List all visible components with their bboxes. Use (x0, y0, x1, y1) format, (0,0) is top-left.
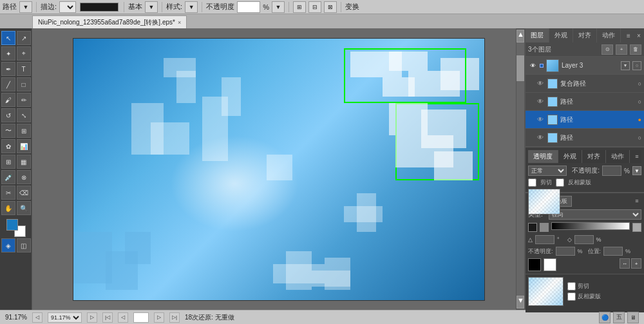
tab-close-btn[interactable]: × (178, 19, 181, 26)
page-input[interactable]: 1 (133, 312, 149, 323)
warp-tool[interactable]: 〜 (1, 124, 15, 138)
normal-mode-btn[interactable]: ◈ (1, 238, 15, 253)
zoom-select[interactable]: 91.17% (48, 312, 82, 323)
outer-panel-tab[interactable]: 外观 (549, 28, 573, 43)
paintbrush-tool[interactable]: 🖌 (1, 93, 15, 107)
blend-tool[interactable]: ⊗ (17, 170, 31, 184)
layer-group-3[interactable]: 👁 Layer 3 ▼ ○ (526, 57, 644, 75)
lasso-tool[interactable]: ⌖ (17, 46, 31, 61)
gradient-tool[interactable]: ▦ (17, 155, 31, 169)
type-tool[interactable]: T (17, 62, 31, 76)
gradient-panel-menu-btn[interactable]: ≡ (632, 196, 641, 206)
color-swatch-white[interactable] (544, 258, 556, 271)
symbol-tool[interactable]: ✿ (1, 139, 15, 153)
align-btn2[interactable]: ⊟ (308, 1, 321, 13)
color-swatch-black[interactable] (528, 258, 541, 271)
actions-tab[interactable]: 动作 (606, 150, 630, 163)
scroll-thumb[interactable] (516, 55, 524, 81)
pen-tool[interactable]: ✒ (1, 62, 15, 76)
gradient-end-stop[interactable] (632, 223, 641, 232)
file-tab[interactable]: NiuPic_nolong_123955a6ad7a89de_[转换].eps*… (32, 15, 187, 28)
sublayer-eye-4[interactable]: 👁 (536, 133, 545, 142)
next-page-btn[interactable]: ▷ (154, 312, 164, 323)
scale-tool[interactable]: ⤡ (17, 108, 31, 122)
sublayer-path-2[interactable]: 👁 路径 ● (526, 111, 644, 129)
reverse-checkbox[interactable] (556, 178, 564, 187)
align-btn1[interactable]: ⊞ (293, 1, 306, 13)
zoom-tool[interactable]: 🔍 (17, 201, 31, 215)
first-page-btn[interactable]: |◁ (102, 312, 113, 323)
base-dropdown-btn[interactable]: ▼ (145, 1, 158, 13)
sublayer-eye-3[interactable]: 👁 (536, 115, 545, 124)
gradient-start-stop[interactable] (528, 223, 537, 232)
style-dropdown-btn[interactable]: ▼ (185, 1, 198, 13)
gradient-location-input[interactable] (603, 247, 623, 256)
scissors-tool[interactable]: ✂ (1, 186, 15, 200)
align-btn3[interactable]: ⊠ (324, 1, 337, 13)
graph-tool[interactable]: 📊 (17, 139, 31, 153)
bottom-icon-3[interactable]: 🖥 (627, 312, 639, 323)
prev-page-btn[interactable]: ◁ (118, 312, 128, 323)
opacity-panel-menu-btn[interactable]: ≡ (632, 150, 641, 163)
zoom-out-btn[interactable]: ◁ (32, 312, 43, 323)
sublayer-path-3[interactable]: 👁 路径 ○ (526, 129, 644, 147)
scroll-track[interactable] (516, 43, 524, 296)
blend-mode-select[interactable]: 正常 (528, 166, 567, 176)
gradient-mid-stop[interactable] (540, 223, 549, 232)
gradient-reverse-btn[interactable]: ↔ (620, 258, 630, 269)
scroll-up-btn[interactable]: ▲ (516, 30, 524, 43)
free-transform-tool[interactable]: ⊞ (17, 124, 31, 138)
opacity-value-input[interactable]: 100 (602, 166, 621, 176)
magic-wand-tool[interactable]: ✦ (1, 46, 15, 61)
locate-layer-btn[interactable]: ⊙ (601, 44, 613, 55)
clip-mask-checkbox[interactable] (567, 282, 576, 291)
align-tab[interactable]: 对齐 (582, 150, 606, 163)
line-tool[interactable]: ╱ (1, 77, 15, 91)
pencil-tool[interactable]: ✏ (17, 93, 31, 107)
opacity-options-btn[interactable]: ▼ (272, 1, 285, 13)
sublayer-eye-1[interactable]: 👁 (536, 79, 545, 88)
gradient-add-btn[interactable]: + (631, 258, 641, 269)
align-panel-tab[interactable]: 对齐 (573, 28, 597, 43)
layer-expand-btn-3[interactable]: ▼ (621, 61, 630, 70)
canvas-area[interactable]: ▲ ▼ (32, 28, 525, 310)
sublayer-path-1[interactable]: 👁 路径 ○ (526, 93, 644, 111)
clip-checkbox[interactable] (528, 178, 536, 187)
create-new-layer-btn[interactable]: + (616, 44, 627, 55)
mesh-tool[interactable]: ⊞ (1, 155, 15, 169)
hand-tool[interactable]: ✋ (1, 201, 15, 215)
eyedropper-tool[interactable]: 💉 (1, 170, 15, 184)
bottom-icon-1[interactable]: 🔵 (599, 312, 611, 323)
path-type-btn[interactable]: ▼ (19, 1, 32, 13)
actions-panel-tab[interactable]: 动作 (597, 28, 621, 43)
eraser-tool[interactable]: ⌫ (17, 186, 31, 200)
sublayer-eye-2[interactable]: 👁 (536, 97, 545, 106)
gradient-bar[interactable] (551, 222, 630, 230)
scrollbar-vertical[interactable]: ▲ ▼ (516, 28, 525, 310)
screen-mode-btn[interactable]: ◫ (17, 238, 31, 253)
layer-eye-3[interactable]: 👁 (528, 61, 537, 70)
select-tool[interactable]: ↖ (1, 31, 15, 45)
opacity-input[interactable]: 100 (237, 1, 260, 13)
zoom-in-btn[interactable]: ▷ (87, 312, 97, 323)
sublayer-compound-path[interactable]: 👁 复合路径 ○ (526, 75, 644, 93)
layers-tab[interactable]: 图层 (526, 28, 549, 43)
bottom-icon-2[interactable]: 五 (613, 312, 625, 323)
opacity-options-btn[interactable]: ▼ (632, 166, 641, 175)
edge-select[interactable] (59, 1, 76, 13)
rect-tool[interactable]: □ (17, 77, 31, 91)
gradient-type-select[interactable]: 径向 (549, 209, 641, 220)
outer-tab[interactable]: 外观 (558, 150, 582, 163)
scroll-down-btn[interactable]: ▼ (516, 296, 524, 309)
rotate-tool[interactable]: ↺ (1, 108, 15, 122)
delete-layer-btn[interactable]: 🗑 (630, 44, 641, 55)
reverse-mask-checkbox[interactable] (567, 292, 576, 301)
gradient-opacity-input[interactable] (556, 247, 575, 256)
layer-target-btn-3[interactable]: ○ (632, 61, 641, 70)
panel-close-btn[interactable]: × (634, 28, 644, 43)
scale-input[interactable]: 100 (574, 235, 594, 244)
direct-select-tool[interactable]: ↗ (17, 31, 31, 45)
transparency-tab[interactable]: 透明度 (528, 150, 558, 163)
angle-input[interactable]: 0 (535, 235, 554, 244)
fill-swatch[interactable] (6, 219, 18, 231)
